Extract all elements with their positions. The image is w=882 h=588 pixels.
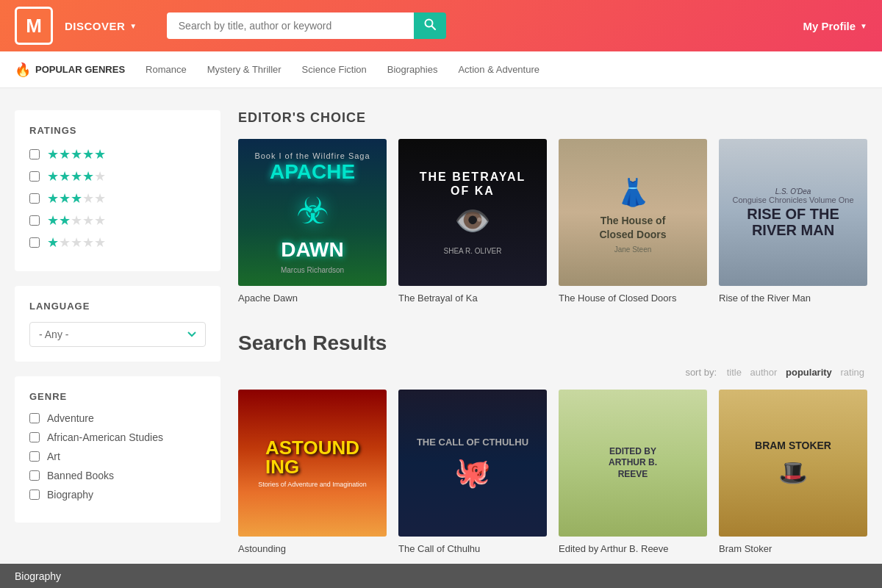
editors-choice-grid: Book I of the Wildfire Saga APACHE ☣ DAW…: [238, 139, 867, 305]
result-book-3[interactable]: EDITED BYARTHUR B.REEVE Edited by Arthur…: [559, 390, 707, 556]
logo-letter: M: [26, 15, 42, 37]
house-title: The House ofClosed Doors: [599, 214, 666, 240]
rating-checkbox-3[interactable]: [29, 193, 40, 204]
genre-filter-title: GENRE: [29, 391, 206, 402]
rating-row-5: ★★★★★: [29, 146, 206, 162]
astounding-book-title: Astounding: [238, 542, 387, 556]
search-bar: [167, 12, 446, 39]
sort-option-rating[interactable]: rating: [840, 367, 864, 378]
search-button[interactable]: [414, 12, 446, 39]
book-card-betrayal[interactable]: THE BETRAYALOF KA 👁️ SHEA R. OLIVER The …: [398, 139, 547, 305]
stoker-title: BRAM STOKER: [755, 440, 831, 451]
book-card-house[interactable]: 👗 The House ofClosed Doors Jane Steen Th…: [559, 139, 707, 305]
profile-chevron-icon: ▼: [860, 22, 867, 30]
book-card-apache[interactable]: Book I of the Wildfire Saga APACHE ☣ DAW…: [238, 139, 387, 305]
genre-row-african: African-American Studies: [29, 431, 206, 443]
genre-checkbox-banned[interactable]: [29, 470, 40, 481]
result-cover-3: EDITED BYARTHUR B.REEVE: [559, 390, 707, 537]
river-title: RISE OF THE RIVER MAN: [726, 206, 860, 238]
result-book-1[interactable]: ASTOUNDING Stories of Adventure and Imag…: [238, 390, 387, 556]
rating-row-2: ★★★★★: [29, 212, 206, 229]
my-profile-button[interactable]: My Profile ▼: [803, 20, 867, 32]
apache-book-title: Apache Dawn: [238, 292, 387, 305]
rating-checkbox-2[interactable]: [29, 215, 40, 226]
genre-checkbox-adventure[interactable]: [29, 413, 40, 423]
face-icon: 👁️: [454, 204, 491, 238]
result-book-4[interactable]: BRAM STOKER 🎩 Bram Stoker: [719, 390, 867, 556]
stars-5: ★★★★★: [47, 146, 106, 162]
genre-label-adventure: Adventure: [47, 412, 94, 424]
search-icon: [424, 18, 436, 33]
search-results-grid: ASTOUNDING Stories of Adventure and Imag…: [238, 390, 867, 556]
main-content: RATINGS ★★★★★ ★★★★★ ★★★★★: [0, 88, 882, 578]
genre-link-scifi[interactable]: Science Fiction: [302, 64, 367, 75]
genre-label-banned: Banned Books: [47, 470, 114, 481]
editors-choice-title: EDITOR'S CHOICE: [238, 110, 867, 126]
header: M DISCOVER ▼ My Profile ▼: [0, 0, 882, 51]
genre-link-action[interactable]: Action & Adventure: [458, 64, 539, 75]
rating-row-1: ★★★★★: [29, 234, 206, 251]
genre-row-art: Art: [29, 451, 206, 462]
sort-option-popularity[interactable]: popularity: [786, 367, 832, 378]
my-profile-label: My Profile: [803, 20, 856, 32]
figure-icon: 👗: [617, 177, 650, 208]
river-book-title: Rise of the River Man: [719, 292, 867, 305]
editors-choice-section: EDITOR'S CHOICE Book I of the Wildfire S…: [238, 110, 867, 305]
apache-subtitle: Book I of the Wildfire Saga: [254, 151, 370, 160]
search-results-section: Search Results sort by: title author pop…: [238, 331, 867, 556]
genre-link-bios[interactable]: Biographies: [387, 64, 438, 75]
result-book-2[interactable]: THE CALL OF CTHULHU 🐙 The Call of Cthulh…: [398, 390, 547, 556]
apache-title-top: APACHE: [270, 160, 355, 184]
edited-title: EDITED BYARTHUR B.REEVE: [609, 446, 657, 481]
rating-row-4: ★★★★★: [29, 168, 206, 184]
genre-checkbox-art[interactable]: [29, 451, 40, 462]
book-cover-house: 👗 The House ofClosed Doors Jane Steen: [559, 139, 707, 286]
language-title: LANGUAGE: [29, 301, 206, 312]
genre-row-adventure: Adventure: [29, 412, 206, 424]
genre-checkbox-african[interactable]: [29, 432, 40, 442]
genre-label-art: Art: [47, 451, 60, 462]
sort-label: sort by:: [685, 367, 717, 378]
popular-genres-label: 🔥 POPULAR GENRES: [15, 62, 125, 78]
genre-filter: GENRE Adventure African-American Studies…: [15, 376, 220, 523]
chevron-down-icon: ▼: [129, 22, 137, 30]
stars-3: ★★★★★: [47, 190, 106, 207]
book-cover-river: L.S. O'Dea Conguise Chronicles Volume On…: [719, 139, 867, 286]
apache-title-bottom: DAWN: [281, 238, 344, 262]
betrayal-author: SHEA R. OLIVER: [444, 247, 502, 255]
stars-1: ★★★★★: [47, 234, 106, 251]
language-select[interactable]: - Any - English Spanish French: [29, 322, 206, 347]
popular-genres-text: POPULAR GENRES: [35, 64, 125, 75]
sort-option-title[interactable]: title: [727, 367, 742, 378]
ratings-title: RATINGS: [29, 125, 206, 136]
book-cover-apache: Book I of the Wildfire Saga APACHE ☣ DAW…: [238, 139, 387, 286]
bottom-bar-label: Biography: [15, 570, 61, 582]
house-author: Jane Steen: [614, 245, 652, 254]
genre-link-mystery[interactable]: Mystery & Thriller: [207, 64, 282, 75]
cthulhu-title: THE CALL OF CTHULHU: [417, 437, 528, 448]
cthulhu-book-title: The Call of Cthulhu: [398, 542, 547, 556]
river-series: Conguise Chronicles Volume One: [732, 196, 853, 204]
genre-label-biography: Biography: [47, 489, 93, 501]
book-cover-betrayal: THE BETRAYALOF KA 👁️ SHEA R. OLIVER: [398, 139, 547, 286]
genre-link-romance[interactable]: Romance: [146, 64, 187, 75]
book-card-river[interactable]: L.S. O'Dea Conguise Chronicles Volume On…: [719, 139, 867, 305]
tentacle-icon: 🐙: [454, 455, 491, 490]
river-subtitle: L.S. O'Dea: [775, 187, 811, 196]
sort-option-author[interactable]: author: [750, 367, 778, 378]
genre-label-african: African-American Studies: [47, 431, 163, 443]
rating-checkbox-5[interactable]: [29, 149, 40, 159]
rating-checkbox-1[interactable]: [29, 237, 40, 248]
edited-book-title: Edited by Arthur B. Reeve: [559, 542, 707, 556]
discover-label: DISCOVER: [65, 20, 125, 32]
search-input[interactable]: [167, 12, 414, 39]
stoker-book-title: Bram Stoker: [719, 542, 867, 556]
genre-checkbox-biography[interactable]: [29, 490, 40, 500]
logo[interactable]: M: [15, 7, 53, 45]
stars-2: ★★★★★: [47, 212, 106, 229]
discover-button[interactable]: DISCOVER ▼: [65, 20, 137, 32]
betrayal-book-title: The Betrayal of Ka: [398, 292, 547, 305]
astounding-title: ASTOUNDING: [265, 438, 359, 476]
ratings-filter: RATINGS ★★★★★ ★★★★★ ★★★★★: [15, 110, 220, 271]
rating-checkbox-4[interactable]: [29, 171, 40, 182]
